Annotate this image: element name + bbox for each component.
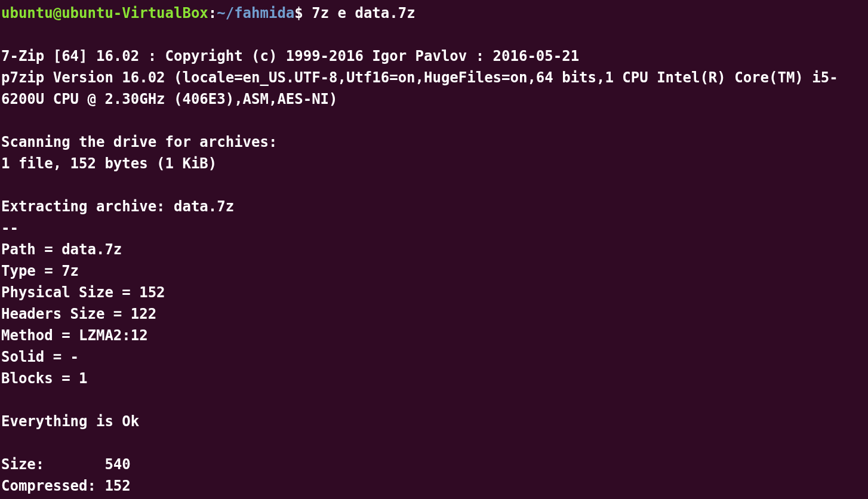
- output-blank-3: [1, 174, 867, 196]
- output-type: Type = 7z: [1, 260, 867, 282]
- output-scanning: Scanning the drive for archives:: [1, 131, 867, 153]
- output-solid: Solid = -: [1, 346, 867, 368]
- output-file-info: 1 file, 152 bytes (1 KiB): [1, 153, 867, 174]
- terminal-window[interactable]: ubuntu@ubuntu-VirtualBox:~/fahmida$ 7z e…: [1, 2, 867, 497]
- output-blocks: Blocks = 1: [1, 368, 867, 389]
- output-p7zip-version: p7zip Version 16.02 (locale=en_US.UTF-8,…: [1, 67, 867, 110]
- prompt-user-host: ubuntu@ubuntu-VirtualBox: [1, 5, 208, 21]
- output-everything-ok: Everything is Ok: [1, 411, 867, 432]
- output-size: Size: 540: [1, 454, 867, 475]
- prompt-dollar: $: [294, 5, 312, 21]
- prompt-line: ubuntu@ubuntu-VirtualBox:~/fahmida$ 7z e…: [1, 2, 867, 24]
- output-blank-5: [1, 432, 867, 454]
- output-blank-1: [1, 24, 867, 45]
- command-text: 7z e data.7z: [312, 5, 415, 21]
- output-path: Path = data.7z: [1, 239, 867, 260]
- output-blank-4: [1, 389, 867, 411]
- prompt-colon: :: [208, 5, 217, 21]
- prompt-path: ~/fahmida: [217, 5, 294, 21]
- output-dashes: --: [1, 217, 867, 239]
- output-compressed: Compressed: 152: [1, 475, 867, 497]
- output-method: Method = LZMA2:12: [1, 325, 867, 346]
- output-physical-size: Physical Size = 152: [1, 282, 867, 303]
- output-extracting: Extracting archive: data.7z: [1, 196, 867, 217]
- output-7zip-header: 7-Zip [64] 16.02 : Copyright (c) 1999-20…: [1, 45, 867, 67]
- output-blank-2: [1, 110, 867, 131]
- output-headers-size: Headers Size = 122: [1, 303, 867, 325]
